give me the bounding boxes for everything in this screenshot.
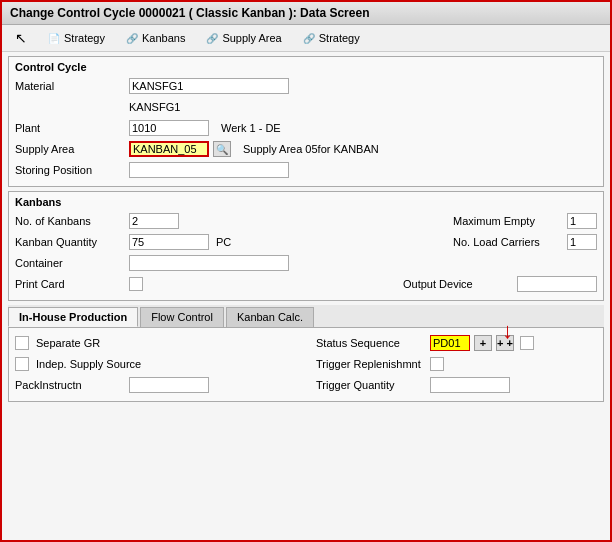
tab-content: ↓ Separate GR Indep. Supply Source: [8, 328, 604, 402]
arrow-indicator: ↓: [502, 318, 513, 344]
status-seq-checkbox[interactable]: [520, 336, 534, 350]
material-input[interactable]: [129, 78, 289, 94]
supply-area-row: Supply Area 🔍 Supply Area 05for KANBAN: [15, 140, 597, 158]
indep-supply-label: Indep. Supply Source: [36, 358, 141, 370]
material-hint: KANSFG1: [129, 101, 180, 113]
output-device-label: Output Device: [403, 278, 513, 290]
plant-label: Plant: [15, 122, 125, 134]
tab-in-house[interactable]: In-House Production: [8, 307, 138, 327]
trigger-quantity-label: Trigger Quantity: [316, 379, 426, 391]
tab-flow-control[interactable]: Flow Control: [140, 307, 224, 327]
tab-flow-control-label: Flow Control: [151, 311, 213, 323]
trigger-quantity-row: Trigger Quantity: [316, 376, 597, 394]
tab-kanban-calc-label: Kanban Calc.: [237, 311, 303, 323]
tab-kanban-calc[interactable]: Kanban Calc.: [226, 307, 314, 327]
storing-position-label: Storing Position: [15, 164, 125, 176]
output-device-input[interactable]: [517, 276, 597, 292]
tabs-container: In-House Production Flow Control Kanban …: [8, 305, 604, 402]
menu-item-strategy1[interactable]: 📄 Strategy: [38, 27, 114, 49]
material-label: Material: [15, 80, 125, 92]
kanbans-title: Kanbans: [15, 196, 597, 208]
kanbans-row1: No. of Kanbans Maximum Empty: [15, 212, 597, 230]
kanbans-section: Kanbans No. of Kanbans Maximum Empty Kan…: [8, 191, 604, 301]
pack-instrn-row: PackInstructn: [15, 376, 296, 394]
tabs-bar: In-House Production Flow Control Kanban …: [8, 305, 604, 328]
link-icon-strategy2: 🔗: [302, 31, 316, 45]
menu-label-strategy1: Strategy: [64, 32, 105, 44]
menu-bar: ↖ 📄 Strategy 🔗 Kanbans 🔗 Supply Area 🔗 S…: [2, 25, 610, 52]
plant-input[interactable]: [129, 120, 209, 136]
material-row: Material: [15, 77, 597, 95]
trigger-replenishmt-label: Trigger Replenishmnt: [316, 358, 426, 370]
separate-gr-row: Separate GR: [15, 334, 296, 352]
plant-desc: Werk 1 - DE: [221, 122, 281, 134]
no-of-kanbans-label: No. of Kanbans: [15, 215, 125, 227]
plant-row: Plant Werk 1 - DE: [15, 119, 597, 137]
material-hint-row: KANSFG1: [15, 98, 597, 116]
pack-instrn-input[interactable]: [129, 377, 209, 393]
link-icon-kanbans: 🔗: [125, 31, 139, 45]
menu-label-supply-area: Supply Area: [222, 32, 281, 44]
tab-in-house-label: In-House Production: [19, 311, 127, 323]
status-seq-row: Status Sequence + + +: [316, 334, 597, 352]
supply-area-desc: Supply Area 05for KANBAN: [243, 143, 379, 155]
cursor-icon: ↖: [15, 30, 27, 46]
no-load-carriers-input[interactable]: [567, 234, 597, 250]
doc-icon: 📄: [47, 31, 61, 45]
unit-label: PC: [216, 236, 231, 248]
max-empty-input[interactable]: [567, 213, 597, 229]
container-row: Container: [15, 254, 597, 272]
pack-instrn-label: PackInstructn: [15, 379, 125, 391]
tab-right-col: Status Sequence + + + Tri: [316, 334, 597, 397]
link-icon-supply: 🔗: [205, 31, 219, 45]
kanban-quantity-input[interactable]: [129, 234, 209, 250]
container-label: Container: [15, 257, 125, 269]
trigger-quantity-input[interactable]: [430, 377, 510, 393]
max-empty-label: Maximum Empty: [453, 215, 563, 227]
container-input[interactable]: [129, 255, 289, 271]
storing-position-input[interactable]: [129, 162, 289, 178]
menu-item-supply-area[interactable]: 🔗 Supply Area: [196, 27, 290, 49]
separate-gr-checkbox[interactable]: [15, 336, 29, 350]
print-card-label: Print Card: [15, 278, 125, 290]
separate-gr-label: Separate GR: [36, 337, 100, 349]
plus-btn-label: +: [480, 337, 486, 349]
main-window: Change Control Cycle 0000021 ( Classic K…: [0, 0, 612, 542]
menu-label-strategy2: Strategy: [319, 32, 360, 44]
print-card-row: Print Card Output Device: [15, 275, 597, 293]
print-card-checkbox[interactable]: [129, 277, 143, 291]
supply-area-input[interactable]: [129, 141, 209, 157]
control-cycle-title: Control Cycle: [15, 61, 597, 73]
status-plus-btn[interactable]: +: [474, 335, 492, 351]
status-seq-input[interactable]: [430, 335, 470, 351]
status-seq-label: Status Sequence: [316, 337, 426, 349]
supply-area-label: Supply Area: [15, 143, 125, 155]
window-title: Change Control Cycle 0000021 ( Classic K…: [10, 6, 369, 20]
kanban-quantity-label: Kanban Quantity: [15, 236, 125, 248]
tab-left-col: Separate GR Indep. Supply Source PackIns…: [15, 334, 296, 397]
trigger-replenishmt-row: Trigger Replenishmnt: [316, 355, 597, 373]
no-load-carriers-label: No. Load Carriers: [453, 236, 563, 248]
control-cycle-section: Control Cycle Material KANSFG1 Plant Wer…: [8, 56, 604, 187]
trigger-replenishmt-checkbox[interactable]: [430, 357, 444, 371]
kanbans-row2: Kanban Quantity PC No. Load Carriers: [15, 233, 597, 251]
no-of-kanbans-input[interactable]: [129, 213, 179, 229]
menu-item-strategy[interactable]: ↖: [6, 27, 36, 49]
content-area: Control Cycle Material KANSFG1 Plant Wer…: [2, 52, 610, 540]
menu-label-kanbans: Kanbans: [142, 32, 185, 44]
indep-supply-checkbox[interactable]: [15, 357, 29, 371]
menu-item-strategy2[interactable]: 🔗 Strategy: [293, 27, 369, 49]
menu-item-kanbans[interactable]: 🔗 Kanbans: [116, 27, 194, 49]
indep-supply-row: Indep. Supply Source: [15, 355, 296, 373]
supply-area-search-btn[interactable]: 🔍: [213, 141, 231, 157]
title-bar: Change Control Cycle 0000021 ( Classic K…: [2, 2, 610, 25]
storing-position-row: Storing Position: [15, 161, 597, 179]
